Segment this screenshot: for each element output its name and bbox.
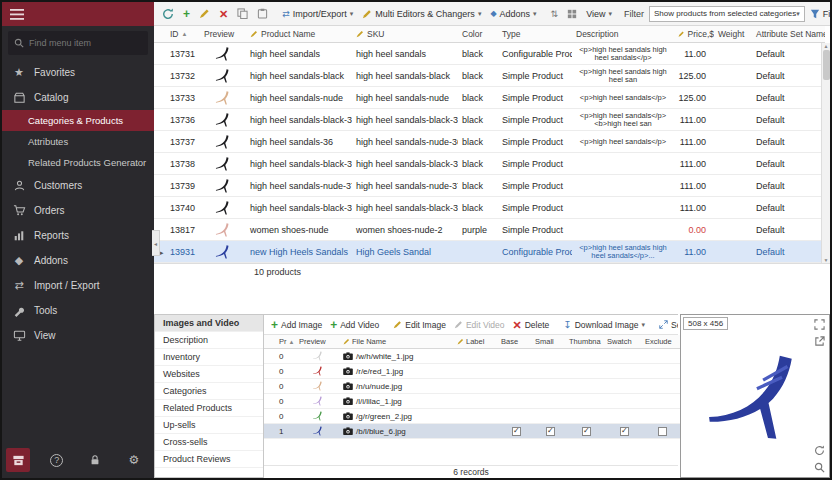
scrollbar-thumb[interactable] xyxy=(823,50,830,80)
product-table-row[interactable]: 13731 high heel sandals high heel sandal… xyxy=(154,43,825,65)
set-resize-rule-button[interactable]: Set Resize Rule▾ xyxy=(656,318,678,332)
cell-base[interactable] xyxy=(498,352,532,361)
cell-swatch[interactable] xyxy=(604,352,642,361)
swatch-checkbox[interactable] xyxy=(620,382,629,391)
cell-small[interactable] xyxy=(532,382,566,391)
small-checkbox[interactable] xyxy=(546,427,555,436)
multi-editors-dropdown[interactable]: Multi Editors & Changers ▾ xyxy=(358,7,485,21)
help-button[interactable]: ? xyxy=(45,448,69,472)
cell-exclude[interactable] xyxy=(642,367,680,376)
header-attribute-set[interactable]: Attribute Set Name xyxy=(752,29,825,39)
download-image-button[interactable]: ↧Download Image▾ xyxy=(560,318,648,332)
refresh-button[interactable] xyxy=(158,6,178,22)
exclude-checkbox[interactable] xyxy=(658,412,667,421)
addons-dropdown[interactable]: ◆ Addons ▾ xyxy=(486,7,540,21)
tab-related-products[interactable]: Related Products xyxy=(155,400,263,417)
tab-up-sells[interactable]: Up-sells xyxy=(155,417,263,434)
copy-button[interactable] xyxy=(233,6,252,21)
product-table-row[interactable]: 13737 high heel sandals-36 high heel san… xyxy=(154,131,825,153)
sidebar-item-customers[interactable]: Customers xyxy=(2,173,154,198)
header-product-name[interactable]: Product Name xyxy=(246,29,352,39)
header-price[interactable]: Price,$ xyxy=(674,29,714,39)
header-id[interactable]: ID▲ xyxy=(166,29,200,39)
cell-thumbnail[interactable] xyxy=(566,412,604,421)
product-table-row[interactable]: 13738 high heel sandals-black-37 high he… xyxy=(154,153,825,175)
swatch-checkbox[interactable] xyxy=(620,412,629,421)
cell-base[interactable] xyxy=(498,367,532,376)
base-checkbox[interactable] xyxy=(512,367,521,376)
header-sku[interactable]: SKU xyxy=(352,29,458,39)
image-table-row[interactable]: 0 /r/e/red_1.jpg xyxy=(264,364,680,379)
cell-swatch[interactable] xyxy=(604,367,642,376)
header-position[interactable]: Pr▲ xyxy=(276,337,296,346)
cell-swatch[interactable] xyxy=(604,397,642,406)
header-description[interactable]: Description xyxy=(572,29,674,39)
header-label[interactable]: Label xyxy=(454,337,498,346)
edit-video-button[interactable]: Edit Video xyxy=(451,318,508,332)
fullscreen-button[interactable] xyxy=(812,317,827,332)
sidebar-collapse-handle[interactable]: ◂ xyxy=(152,230,160,256)
cell-exclude[interactable] xyxy=(642,412,680,421)
base-checkbox[interactable] xyxy=(512,382,521,391)
cell-exclude[interactable] xyxy=(642,427,680,436)
cell-small[interactable] xyxy=(532,397,566,406)
scroll-up-icon[interactable]: ▲ xyxy=(824,43,829,49)
store-archive-button[interactable] xyxy=(6,448,30,472)
header-preview[interactable]: Preview xyxy=(296,337,340,346)
thumbnail-checkbox[interactable] xyxy=(582,352,591,361)
exclude-checkbox[interactable] xyxy=(658,397,667,406)
tab-cross-sells[interactable]: Cross-sells xyxy=(155,434,263,451)
header-swatch[interactable]: Swatch xyxy=(604,337,642,346)
exclude-checkbox[interactable] xyxy=(658,427,667,436)
cell-exclude[interactable] xyxy=(642,382,680,391)
filter-select[interactable]: Show products from selected categories ▾ xyxy=(649,6,805,22)
small-checkbox[interactable] xyxy=(546,367,555,376)
row-expander[interactable] xyxy=(154,181,166,191)
image-table-row[interactable]: 1 /b/l/blue_6.jpg xyxy=(264,424,680,439)
edit-image-button[interactable]: Edit Image xyxy=(390,318,449,332)
filters-button[interactable]: Filters ▾ xyxy=(806,7,832,21)
add-image-button[interactable]: +Add Image xyxy=(268,318,325,332)
header-type[interactable]: Type xyxy=(498,29,572,39)
tab-images-and-video[interactable]: Images and Video xyxy=(155,315,263,332)
tab-product-reviews[interactable]: Product Reviews xyxy=(155,451,263,468)
cell-swatch[interactable] xyxy=(604,427,642,436)
row-expander[interactable] xyxy=(154,115,166,125)
sidebar-search-input[interactable] xyxy=(29,38,142,48)
product-table-row[interactable]: 13739 high heel sandals-nude-37 high hee… xyxy=(154,175,825,197)
header-color[interactable]: Color xyxy=(458,29,498,39)
cell-swatch[interactable] xyxy=(604,412,642,421)
columns-button[interactable] xyxy=(563,7,581,21)
add-product-button[interactable]: + xyxy=(179,7,194,21)
cell-thumbnail[interactable] xyxy=(566,382,604,391)
header-thumbnail[interactable]: Thumbna xyxy=(566,337,604,346)
tab-categories[interactable]: Categories xyxy=(155,383,263,400)
small-checkbox[interactable] xyxy=(546,412,555,421)
view-dropdown[interactable]: View ▾ xyxy=(582,7,616,21)
base-checkbox[interactable] xyxy=(512,412,521,421)
image-table-row[interactable]: 0 /w/h/white_1.jpg xyxy=(264,349,680,364)
cell-swatch[interactable] xyxy=(604,382,642,391)
cell-exclude[interactable] xyxy=(642,352,680,361)
base-checkbox[interactable] xyxy=(512,427,521,436)
vertical-scrollbar[interactable]: ▲ ▼ xyxy=(821,43,830,263)
header-preview[interactable]: Preview xyxy=(200,29,246,39)
image-table-row[interactable]: 0 /g/r/green_2.jpg xyxy=(264,409,680,424)
header-small[interactable]: Small xyxy=(532,337,566,346)
row-expander[interactable] xyxy=(154,71,166,81)
row-expander[interactable] xyxy=(154,137,166,147)
thumbnail-checkbox[interactable] xyxy=(582,427,591,436)
exclude-checkbox[interactable] xyxy=(658,367,667,376)
cell-base[interactable] xyxy=(498,382,532,391)
swatch-checkbox[interactable] xyxy=(620,427,629,436)
image-table-row[interactable]: 0 /l/i/lilac_1.jpg xyxy=(264,394,680,409)
product-table-row[interactable]: 13736 high heel sandals-black-36 high he… xyxy=(154,109,825,131)
small-checkbox[interactable] xyxy=(546,397,555,406)
row-expander[interactable] xyxy=(154,49,166,59)
tab-inventory[interactable]: Inventory xyxy=(155,349,263,366)
import-export-dropdown[interactable]: ⇄ Import/Export ▾ xyxy=(278,7,357,21)
sidebar-item-reports[interactable]: Reports xyxy=(2,223,154,248)
swatch-checkbox[interactable] xyxy=(620,397,629,406)
zoom-button[interactable] xyxy=(812,460,827,475)
product-table-row[interactable]: 13817 women shoes-nude women shoes-nude-… xyxy=(154,219,825,241)
